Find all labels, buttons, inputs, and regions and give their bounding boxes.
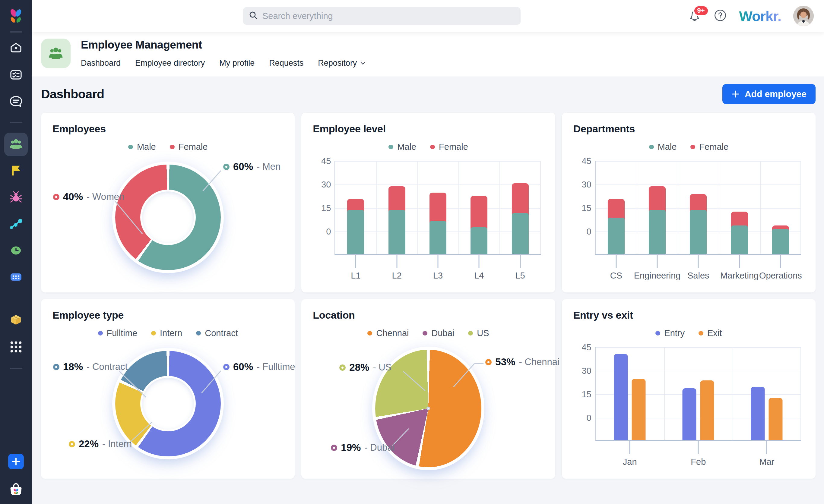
legend-item-entry[interactable]: Entry xyxy=(655,328,685,338)
legend-item-chennai[interactable]: Chennai xyxy=(368,328,409,338)
plot-area: 4530150CSEngineeringSalesMarketingOperat… xyxy=(595,161,801,255)
y-axis-label: 15 xyxy=(576,203,592,213)
callout-ring-icon xyxy=(53,194,60,200)
callout-fulltime: 60%- Fulltime xyxy=(223,361,295,373)
bar-group-feb xyxy=(683,380,714,440)
callout-contract: 18%- Contract xyxy=(53,361,128,373)
callout-ring-icon xyxy=(69,441,75,447)
marketplace-bag-icon[interactable] xyxy=(8,481,24,496)
callout-ring-icon xyxy=(53,364,60,370)
sidebar-item-chat[interactable] xyxy=(8,94,23,109)
y-axis-label: 15 xyxy=(315,203,331,213)
butterfly-logo-icon[interactable] xyxy=(8,8,24,25)
callout-ring-icon xyxy=(339,364,346,371)
sidebar-item-employees-active[interactable] xyxy=(4,133,28,156)
legend-dot xyxy=(423,331,427,336)
global-search[interactable] xyxy=(243,7,521,25)
callout-us: 28%- US xyxy=(339,362,392,373)
x-axis-label: Mar xyxy=(733,457,800,467)
callout-ring-icon xyxy=(331,445,337,451)
card-entry-exit: Entry vs exit EntryExit 4530150JanFebMar xyxy=(562,299,816,479)
bar-l3 xyxy=(429,193,446,254)
tab-repository[interactable]: Repository xyxy=(318,58,366,68)
chart-legend: MaleFemale xyxy=(574,142,804,152)
y-axis-label: 30 xyxy=(576,366,592,376)
sidebar-item-keyboard[interactable] xyxy=(9,270,23,284)
tab-requests[interactable]: Requests xyxy=(269,58,303,68)
location-pie-chart: 28%- US53%- Chennai19%- Dubai xyxy=(313,343,543,471)
employee-management-app-icon xyxy=(41,38,71,68)
chart-legend: MaleFemale xyxy=(313,142,543,152)
legend-item-female[interactable]: Female xyxy=(690,142,728,152)
sidebar-item-package[interactable] xyxy=(9,312,23,327)
sidebar-item-tasks[interactable] xyxy=(9,68,23,82)
bar-l4 xyxy=(471,196,487,254)
y-axis-label: 30 xyxy=(315,180,331,190)
card-employees: Employees MaleFemale 60%- Men40%- Women xyxy=(41,113,295,292)
card-location: Location ChennaiDubaiUS 28%- US53%- Chen… xyxy=(301,299,555,479)
legend-item-male[interactable]: Male xyxy=(649,142,677,152)
y-axis-label: 0 xyxy=(576,413,592,423)
callout-intern: 22%- Intern xyxy=(69,438,132,450)
legend-dot xyxy=(690,145,695,149)
callout-men: 60%- Men xyxy=(223,161,281,172)
chart-title: Employee level xyxy=(313,123,543,135)
sidebar-divider xyxy=(10,31,22,32)
tab-dashboard[interactable]: Dashboard xyxy=(81,58,121,68)
legend-item-intern[interactable]: Intern xyxy=(151,328,182,338)
notifications-button[interactable]: 9+ xyxy=(688,9,701,23)
card-employee-type: Employee type FulltimeInternContract 18%… xyxy=(41,299,295,479)
app-tabs: Dashboard Employee directory My profile … xyxy=(81,58,366,68)
sidebar-item-clock[interactable] xyxy=(9,243,23,258)
y-axis-label: 45 xyxy=(315,156,331,166)
legend-dot xyxy=(98,331,103,336)
add-app-button[interactable] xyxy=(8,453,24,470)
y-axis-label: 45 xyxy=(576,343,592,352)
bar-group-mar xyxy=(751,387,783,440)
donut-hole xyxy=(142,192,194,243)
legend-dot xyxy=(430,145,435,149)
sidebar-item-flag[interactable] xyxy=(9,164,23,177)
app-title: Employee Management xyxy=(81,38,366,51)
page-title: Dashboard xyxy=(41,87,104,101)
legend-item-female[interactable]: Female xyxy=(430,142,468,152)
legend-dot xyxy=(699,331,703,336)
legend-item-dubai[interactable]: Dubai xyxy=(423,328,454,338)
x-axis-label: Operations xyxy=(747,271,814,281)
employees-donut xyxy=(115,164,221,270)
legend-item-exit[interactable]: Exit xyxy=(699,328,722,338)
callout-dubai: 19%- Dubai xyxy=(331,442,395,453)
legend-item-male[interactable]: Male xyxy=(389,142,416,152)
tab-employee-directory[interactable]: Employee directory xyxy=(135,58,205,68)
legend-item-contract[interactable]: Contract xyxy=(196,328,238,338)
bar-sales xyxy=(690,194,707,254)
add-employee-button[interactable]: Add employee xyxy=(722,84,816,104)
sidebar-item-scatter[interactable] xyxy=(9,217,23,231)
bar-group-jan xyxy=(614,354,646,440)
legend-item-us[interactable]: US xyxy=(468,328,489,338)
dashboard-content: Dashboard Add employee Employees MaleFem… xyxy=(32,77,824,504)
sidebar-item-home[interactable] xyxy=(9,41,23,55)
help-button[interactable] xyxy=(713,8,727,23)
callout-ring-icon xyxy=(223,364,229,370)
callout-ring-icon xyxy=(223,164,229,170)
chart-title: Entry vs exit xyxy=(574,309,804,321)
chart-legend: FulltimeInternContract xyxy=(53,328,283,338)
legend-item-female[interactable]: Female xyxy=(170,142,208,152)
notification-badge: 9+ xyxy=(693,5,709,16)
avatar[interactable] xyxy=(793,6,814,26)
y-axis-label: 45 xyxy=(576,156,592,166)
bar-l1 xyxy=(347,199,364,254)
bar-l5 xyxy=(512,183,529,254)
legend-item-fulltime[interactable]: Fulltime xyxy=(98,328,137,338)
sidebar-item-apps-grid[interactable] xyxy=(9,340,23,354)
topbar: 9+ Workr. xyxy=(32,0,824,32)
x-axis-label: Feb xyxy=(665,457,731,467)
legend-item-male[interactable]: Male xyxy=(128,142,156,152)
plus-icon xyxy=(731,90,740,98)
sidebar-item-bug[interactable] xyxy=(9,190,23,204)
legend-dot xyxy=(128,145,133,149)
tab-my-profile[interactable]: My profile xyxy=(219,58,254,68)
search-input[interactable] xyxy=(263,11,515,21)
chart-legend: MaleFemale xyxy=(53,142,283,152)
